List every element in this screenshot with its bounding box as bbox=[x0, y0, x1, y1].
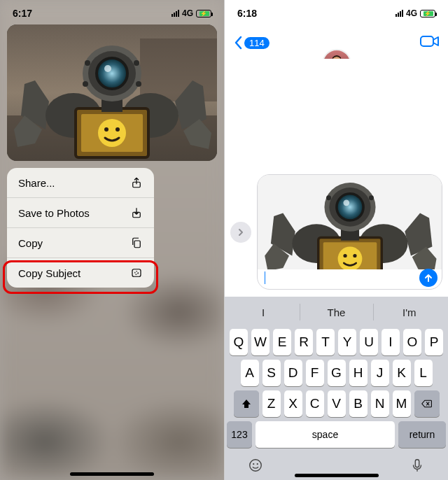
video-icon bbox=[420, 34, 440, 48]
key-a[interactable]: A bbox=[241, 360, 259, 386]
context-menu: Share... Save to Photos Copy Copy Subjec… bbox=[7, 168, 154, 288]
key-g[interactable]: G bbox=[328, 360, 346, 386]
svg-point-19 bbox=[136, 81, 141, 87]
back-button[interactable]: 114 bbox=[233, 36, 270, 50]
svg-point-44 bbox=[253, 463, 254, 465]
signal-icon bbox=[172, 10, 179, 17]
conversation-area bbox=[225, 59, 448, 297]
keyboard-footer bbox=[227, 452, 446, 476]
share-icon bbox=[130, 176, 143, 189]
status-right: 4G ⚡ bbox=[172, 8, 211, 18]
key-return[interactable]: return bbox=[398, 421, 446, 448]
battery-icon: ⚡ bbox=[420, 10, 435, 17]
svg-point-43 bbox=[250, 460, 262, 472]
status-bar: 6:18 4G ⚡ bbox=[225, 0, 448, 22]
svg-point-45 bbox=[257, 463, 258, 465]
network-label: 4G bbox=[182, 8, 193, 18]
key-d[interactable]: D bbox=[284, 360, 302, 386]
key-n[interactable]: N bbox=[371, 390, 389, 417]
subject-icon bbox=[130, 267, 143, 279]
key-p[interactable]: P bbox=[425, 329, 443, 355]
key-c[interactable]: C bbox=[306, 390, 324, 417]
prediction-2[interactable]: I'm bbox=[373, 299, 446, 325]
key-z[interactable]: Z bbox=[262, 390, 281, 417]
image-preview[interactable] bbox=[7, 24, 217, 161]
shift-icon bbox=[241, 398, 252, 409]
compose-row bbox=[230, 174, 442, 290]
home-indicator[interactable] bbox=[295, 474, 379, 477]
download-icon bbox=[130, 206, 143, 219]
emoji-button[interactable] bbox=[248, 458, 263, 476]
key-f[interactable]: F bbox=[306, 360, 324, 386]
key-o[interactable]: O bbox=[403, 329, 421, 355]
signal-icon bbox=[396, 10, 403, 17]
message-input-bubble[interactable] bbox=[257, 174, 442, 290]
collapse-apps-button[interactable] bbox=[230, 222, 251, 243]
key-s[interactable]: S bbox=[262, 360, 281, 386]
menu-item-share[interactable]: Share... bbox=[7, 168, 154, 198]
key-shift[interactable] bbox=[234, 390, 259, 417]
prediction-1[interactable]: The bbox=[300, 299, 372, 325]
left-screenshot: 6:17 4G ⚡ bbox=[0, 0, 224, 480]
key-space[interactable]: space bbox=[255, 421, 395, 448]
right-screenshot: 6:18 4G ⚡ 114 Pratik bbox=[224, 0, 448, 480]
send-button[interactable] bbox=[419, 269, 438, 287]
key-row-1: Q W E R T Y U I O P bbox=[227, 329, 446, 355]
arrow-up-icon bbox=[424, 273, 433, 283]
svg-point-18 bbox=[83, 81, 88, 87]
menu-item-copy-subject[interactable]: Copy Subject bbox=[7, 258, 154, 288]
prediction-0[interactable]: I bbox=[227, 299, 300, 325]
robot-image bbox=[7, 24, 217, 161]
key-u[interactable]: U bbox=[360, 329, 378, 355]
svg-point-42 bbox=[369, 195, 374, 200]
svg-point-7 bbox=[98, 119, 126, 147]
svg-rect-23 bbox=[132, 269, 141, 277]
chevron-right-icon bbox=[237, 228, 245, 237]
svg-rect-1 bbox=[140, 38, 217, 101]
key-123[interactable]: 123 bbox=[227, 421, 252, 448]
menu-item-save[interactable]: Save to Photos bbox=[7, 198, 154, 228]
status-time: 6:17 bbox=[13, 8, 32, 19]
facetime-button[interactable] bbox=[420, 34, 440, 51]
key-x[interactable]: X bbox=[284, 390, 302, 417]
keyboard: I The I'm Q W E R T Y U I O P A S D F G … bbox=[225, 297, 448, 480]
navigation-bar: 114 Pratik bbox=[225, 22, 448, 59]
key-l[interactable]: L bbox=[414, 360, 433, 386]
svg-rect-26 bbox=[421, 36, 433, 46]
menu-label: Save to Photos bbox=[18, 207, 90, 219]
attached-subject-image bbox=[258, 175, 442, 269]
svg-point-41 bbox=[326, 195, 331, 200]
text-input-row[interactable] bbox=[258, 269, 442, 289]
key-k[interactable]: K bbox=[393, 360, 411, 386]
svg-rect-46 bbox=[415, 460, 419, 467]
menu-label: Copy bbox=[18, 237, 43, 249]
menu-label: Copy Subject bbox=[18, 267, 80, 279]
key-q[interactable]: Q bbox=[230, 329, 248, 355]
svg-point-34 bbox=[353, 254, 356, 257]
key-row-4: 123 space return bbox=[227, 421, 446, 448]
key-y[interactable]: Y bbox=[338, 329, 356, 355]
dictate-button[interactable] bbox=[410, 458, 425, 476]
home-indicator[interactable] bbox=[70, 472, 154, 476]
prediction-bar: I The I'm bbox=[227, 299, 446, 325]
svg-point-8 bbox=[104, 127, 108, 132]
key-m[interactable]: M bbox=[393, 390, 411, 417]
key-b[interactable]: B bbox=[349, 390, 368, 417]
svg-point-16 bbox=[85, 60, 90, 66]
key-row-2: A S D F G H J K L bbox=[227, 360, 446, 386]
key-j[interactable]: J bbox=[371, 360, 389, 386]
copy-icon bbox=[130, 237, 143, 249]
menu-item-copy[interactable]: Copy bbox=[7, 228, 154, 258]
key-v[interactable]: V bbox=[328, 390, 346, 417]
key-r[interactable]: R bbox=[295, 329, 313, 355]
key-e[interactable]: E bbox=[273, 329, 291, 355]
battery-icon: ⚡ bbox=[196, 10, 211, 17]
key-i[interactable]: I bbox=[382, 329, 400, 355]
svg-point-24 bbox=[135, 271, 139, 275]
status-right: 4G ⚡ bbox=[396, 8, 435, 18]
key-t[interactable]: T bbox=[316, 329, 335, 355]
key-h[interactable]: H bbox=[349, 360, 368, 386]
key-w[interactable]: W bbox=[251, 329, 270, 355]
svg-rect-22 bbox=[134, 241, 140, 248]
key-delete[interactable] bbox=[414, 390, 440, 417]
